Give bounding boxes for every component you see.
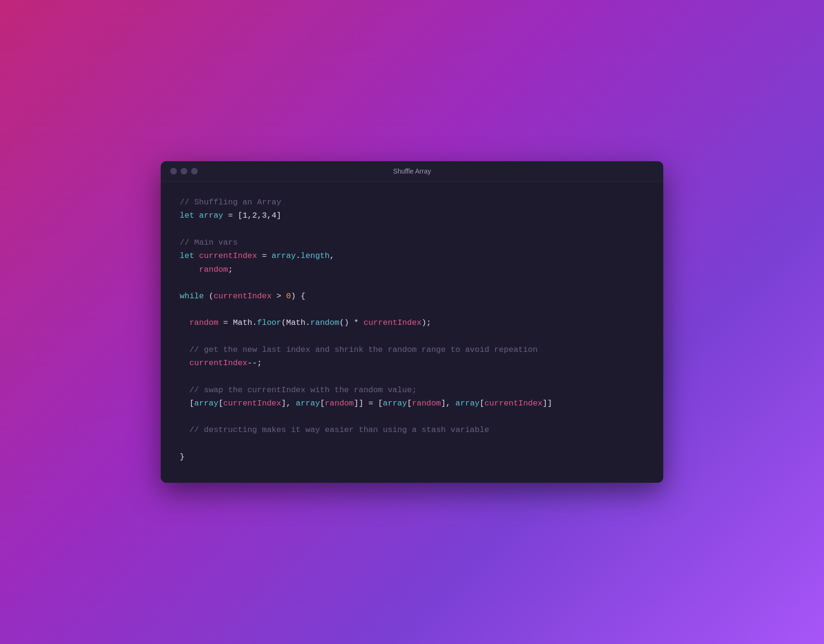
blank-3: [180, 304, 644, 316]
code-comment-5: // destructing makes it way easier than …: [180, 423, 644, 437]
code-line-4: while (currentIndex > 0) {: [180, 290, 644, 304]
window-title: Shuffle Array: [393, 167, 431, 175]
code-line-3: random;: [180, 263, 644, 277]
blank-1: [180, 223, 644, 236]
code-line-6: currentIndex--;: [180, 357, 644, 370]
code-comment-3: // get the new last index and shrink the…: [180, 343, 644, 357]
close-button[interactable]: [170, 168, 177, 175]
code-window: Shuffle Array // Shuffling an Array let …: [161, 161, 663, 483]
blank-7: [180, 437, 644, 450]
minimize-button[interactable]: [181, 168, 187, 175]
titlebar: Shuffle Array: [161, 161, 663, 182]
maximize-button[interactable]: [191, 168, 198, 175]
code-editor: // Shuffling an Array let array = [1,2,3…: [161, 182, 663, 483]
blank-4: [180, 330, 644, 343]
blank-6: [180, 411, 644, 423]
blank-5: [180, 370, 644, 383]
code-line-1: let array = [1,2,3,4]: [180, 209, 644, 223]
code-line-8: }: [180, 451, 644, 464]
code-line-2: let currentIndex = array.length,: [180, 249, 644, 263]
code-comment-4: // swap the currentIndex with the random…: [180, 384, 644, 397]
code-line-7: [array[currentIndex], array[random]] = […: [180, 397, 644, 411]
blank-2: [180, 277, 644, 290]
code-line-5: random = Math.floor(Math.random() * curr…: [180, 316, 644, 330]
traffic-lights: [170, 168, 198, 175]
code-comment-1: // Shuffling an Array: [180, 196, 644, 210]
code-comment-2: // Main vars: [180, 236, 644, 250]
